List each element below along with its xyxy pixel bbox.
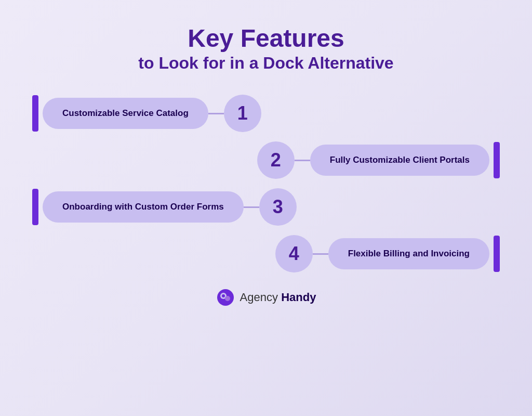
features-container: Customizable Service Catalog 1 2 Fully C…	[32, 95, 500, 272]
feature-label-3: Onboarding with Custom Order Forms	[43, 191, 244, 223]
feature-row-3: Onboarding with Custom Order Forms 3	[32, 188, 500, 226]
accent-bar-3	[32, 189, 38, 225]
agency-handy-logo-icon	[216, 288, 235, 307]
feature-row-2: 2 Fully Customizable Client Portals	[32, 141, 500, 179]
connector-2	[295, 160, 310, 161]
feature-number-1: 1	[224, 95, 261, 132]
feature-row-4: 4 Flexible Billing and Invoicing	[32, 235, 500, 272]
connector-1	[208, 113, 224, 114]
feature-label-4: Flexible Billing and Invoicing	[328, 238, 489, 269]
logo-text: Agency Handy	[240, 291, 316, 304]
feature-row-1: Customizable Service Catalog 1	[32, 95, 500, 132]
logo-text-regular: Agency	[240, 291, 278, 304]
header: Key Features to Look for in a Dock Alter…	[138, 25, 393, 74]
svg-point-3	[222, 294, 225, 297]
svg-point-2	[225, 296, 230, 301]
connector-4	[313, 253, 328, 255]
footer: Agency Handy	[216, 288, 316, 307]
title-line2: to Look for in a Dock Alternative	[138, 53, 393, 74]
feature-number-2: 2	[257, 141, 295, 179]
accent-bar-2	[494, 142, 500, 178]
feature-label-1: Customizable Service Catalog	[43, 98, 208, 129]
feature-number-3: 3	[259, 188, 297, 226]
feature-number-4: 4	[275, 235, 313, 272]
title-line1: Key Features	[138, 25, 393, 53]
feature-label-2: Fully Customizable Client Portals	[310, 145, 489, 176]
logo-text-bold: Handy	[281, 291, 316, 304]
connector-3	[244, 206, 259, 208]
accent-bar-1	[32, 95, 38, 132]
accent-bar-4	[494, 236, 500, 272]
